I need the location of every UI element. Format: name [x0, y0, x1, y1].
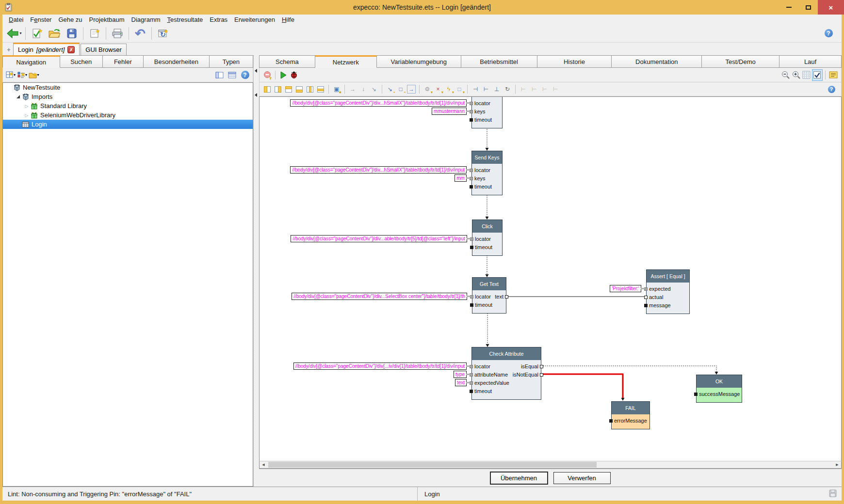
- al-l-button[interactable]: [262, 83, 273, 95]
- scroll-right-icon[interactable]: ▶: [833, 461, 841, 468]
- menu-diagramm[interactable]: Diagramm: [128, 16, 164, 24]
- tab-suchen[interactable]: Suchen: [60, 55, 103, 68]
- input-pin[interactable]: [470, 295, 473, 299]
- output-pin[interactable]: [540, 365, 543, 368]
- scroll-left-icon[interactable]: ◀: [260, 461, 267, 468]
- layout-detail-button[interactable]: [214, 69, 225, 81]
- menu-gehe-zu[interactable]: Gehe zu: [55, 16, 85, 24]
- al-t-button[interactable]: [283, 83, 294, 95]
- new-view-button[interactable]: ★▾: [5, 69, 16, 81]
- menu-datei[interactable]: Datei: [5, 16, 27, 24]
- menu-hilfe[interactable]: Hilfe: [278, 16, 298, 24]
- splitter-collapse-icon[interactable]: [255, 93, 257, 97]
- input-pin[interactable]: [644, 296, 648, 299]
- tab-typen[interactable]: Typen: [210, 55, 253, 68]
- pin-c-button[interactable]: ⊥: [491, 83, 502, 95]
- input-pin[interactable]: [470, 373, 473, 377]
- value-label[interactable]: //body/div[@class="pageContentDiv"]/div.…: [290, 166, 467, 173]
- minimize-button[interactable]: [779, 0, 798, 15]
- input-pin[interactable]: [470, 169, 473, 172]
- input-pin[interactable]: [470, 110, 473, 113]
- chevron-down-icon[interactable]: ▾: [14, 73, 16, 77]
- value-label[interactable]: mm: [454, 174, 467, 182]
- tab-historie[interactable]: Historie: [537, 55, 612, 68]
- value-label[interactable]: //body/div[@class="pageContentDiv"]/div.…: [292, 293, 467, 300]
- add-box-button[interactable]: □+: [395, 83, 406, 95]
- value-label[interactable]: type: [454, 371, 467, 378]
- value-label[interactable]: mmustermann: [432, 108, 467, 115]
- tab-netzwerk[interactable]: Netzwerk: [315, 55, 377, 68]
- zoom-out-button[interactable]: [780, 69, 791, 81]
- apply-button[interactable]: Übernehmen: [490, 472, 548, 484]
- al-v-button[interactable]: [305, 83, 315, 95]
- output-pin[interactable]: [505, 295, 508, 299]
- tab-betriebsmittel[interactable]: Betriebsmittel: [461, 55, 537, 68]
- help-button[interactable]: ?: [240, 69, 250, 81]
- input-pin[interactable]: [470, 365, 473, 368]
- input-pin[interactable]: [644, 304, 648, 307]
- input-pin[interactable]: [609, 419, 613, 423]
- editor-tab-gui-browser[interactable]: GUI Browser: [81, 44, 126, 55]
- new-item-button[interactable]: ★▾: [17, 69, 28, 81]
- ins-down-button[interactable]: ↓: [358, 83, 369, 95]
- zoom-in-button[interactable]: [791, 69, 801, 81]
- close-button[interactable]: ×: [818, 0, 844, 15]
- act-del-button[interactable]: ×▾: [433, 83, 443, 95]
- layout-split-button[interactable]: [227, 69, 238, 81]
- save-button[interactable]: [63, 26, 81, 41]
- pin-g-button[interactable]: ⊢: [550, 83, 561, 95]
- menu-projektbaum[interactable]: Projektbaum: [86, 16, 128, 24]
- menu-fenster[interactable]: Fenster: [27, 16, 55, 24]
- accept-button[interactable]: ★: [28, 26, 46, 41]
- reload-browser-button[interactable]: ↻★: [154, 26, 172, 41]
- tree-item-standard-library[interactable]: ▷Standard Library: [3, 101, 253, 110]
- act-page-button[interactable]: □▾: [454, 83, 465, 95]
- al-b-button[interactable]: [294, 83, 305, 95]
- tab-dokumentation[interactable]: Dokumentation: [612, 55, 702, 68]
- chevron-down-icon[interactable]: ▾: [37, 73, 39, 77]
- diagram-node-n0[interactable]: locatorkeystimeout: [471, 96, 503, 128]
- al-h-button[interactable]: [315, 83, 326, 95]
- tab-test-demo[interactable]: Test/Demo: [702, 55, 779, 68]
- new-window-button[interactable]: ★: [86, 26, 103, 41]
- tab-fehler[interactable]: Fehler: [103, 55, 144, 68]
- canvas-horizontal-scrollbar[interactable]: ◀ ▶: [259, 461, 842, 469]
- tree-expander-icon[interactable]: ▷: [23, 113, 30, 118]
- tree-item-newtestsuite[interactable]: NewTestsuite: [3, 83, 253, 92]
- pin-rot-button[interactable]: ↻: [502, 83, 513, 95]
- ins-right-button[interactable]: →: [347, 83, 358, 95]
- act-gear-button[interactable]: ⚙▾: [422, 83, 433, 95]
- tree-item-login[interactable]: Login: [3, 120, 253, 129]
- diagram-canvas[interactable]: locatorkeystimeoutSend Keyslocatorkeysti…: [259, 96, 842, 461]
- pin-e-button[interactable]: ⊢: [529, 83, 539, 95]
- tab-variablenumgebung[interactable]: Variablenumgebung: [377, 55, 461, 68]
- diagram-node-assert-equal[interactable]: Assert [ Equal ]expectedactualmessage: [646, 269, 690, 314]
- chevron-down-icon[interactable]: ▾: [19, 31, 21, 35]
- tree-expander-icon[interactable]: ▷: [23, 104, 30, 109]
- diagram-node-get-text[interactable]: Get Textlocatortexttimeout: [472, 277, 506, 314]
- help-button[interactable]: ?: [820, 26, 837, 41]
- splitter-collapse-icon[interactable]: [255, 69, 257, 73]
- input-pin[interactable]: [470, 237, 473, 241]
- discard-button[interactable]: Verwerfen: [553, 472, 611, 484]
- diagram-node-fail[interactable]: FAILerrorMessage: [611, 401, 650, 429]
- toggle-check-button[interactable]: [812, 69, 823, 81]
- panel-splitter[interactable]: [253, 55, 259, 487]
- run-button[interactable]: [278, 69, 289, 81]
- menu-extras[interactable]: Extras: [206, 16, 231, 24]
- add-arrow-button[interactable]: →: [406, 83, 417, 95]
- diagram-node-send-keys[interactable]: Send Keyslocatorkeystimeout: [471, 151, 503, 195]
- remove-breakpoints-button[interactable]: [262, 69, 273, 81]
- tab-besonderheiten[interactable]: Besonderheiten: [144, 55, 210, 68]
- input-pin[interactable]: [694, 393, 698, 396]
- help-button[interactable]: ?: [826, 83, 837, 95]
- ins-diag-button[interactable]: ↘: [369, 83, 379, 95]
- editor-tab-login[interactable]: Login[geändert]✗: [13, 43, 80, 55]
- show-comments-button[interactable]: [828, 69, 839, 81]
- undo-button[interactable]: ↶: [131, 26, 149, 41]
- input-pin[interactable]: [470, 390, 473, 393]
- tab-close-icon[interactable]: ✗: [67, 46, 75, 53]
- menu-erweiterungen[interactable]: Erweiterungen: [231, 16, 278, 24]
- pin-a-button[interactable]: ⊣: [470, 83, 481, 95]
- menu-testresultate[interactable]: Testresultate: [164, 16, 207, 24]
